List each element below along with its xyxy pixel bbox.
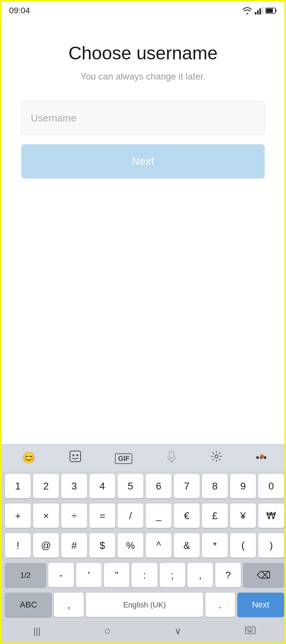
emoji-button[interactable]: 😊	[18, 450, 39, 465]
svg-rect-2	[259, 8, 261, 14]
status-bar: 09:04	[2, 2, 284, 20]
math-row: + × ÷ = / _ € £ ¥ ₩	[2, 501, 286, 531]
gif-label: GIF	[115, 453, 132, 464]
key-5[interactable]: 5	[118, 474, 143, 498]
key-2[interactable]: 2	[33, 474, 59, 498]
key-equals[interactable]: =	[89, 504, 115, 528]
empty-space	[2, 194, 284, 384]
svg-rect-22	[252, 630, 253, 631]
key-page-toggle[interactable]: 1/2	[5, 563, 46, 587]
settings-button[interactable]	[207, 449, 226, 466]
key-rparen[interactable]: )	[258, 533, 284, 558]
more-options-container: •••	[252, 450, 270, 465]
key-abc[interactable]: ABC	[5, 593, 52, 617]
svg-rect-21	[250, 630, 251, 631]
key-comma2[interactable]: ,	[187, 563, 213, 587]
key-period[interactable]: .	[205, 593, 235, 617]
battery-icon	[265, 7, 277, 14]
settings-icon	[211, 451, 222, 462]
key-9[interactable]: 9	[230, 474, 256, 498]
gif-button[interactable]: GIF	[111, 450, 136, 465]
key-lparen[interactable]: (	[230, 533, 256, 558]
svg-point-13	[215, 455, 218, 458]
key-1[interactable]: 1	[5, 474, 31, 498]
svg-rect-1	[257, 10, 259, 14]
page-title: Choose username	[68, 43, 218, 64]
key-question[interactable]: ?	[215, 563, 241, 587]
bottom-row: ABC , English (UK) . Next	[2, 590, 286, 620]
signal-icon	[255, 7, 263, 14]
backspace-key[interactable]: ⌫	[243, 563, 284, 587]
status-time: 09:04	[9, 6, 30, 16]
username-input[interactable]	[21, 101, 265, 135]
wifi-icon	[242, 7, 253, 14]
mic-icon	[166, 450, 177, 462]
key-at[interactable]: @	[33, 533, 59, 558]
svg-rect-18	[252, 628, 253, 629]
key-8[interactable]: 8	[202, 474, 228, 498]
main-content: Choose username You can always change it…	[2, 20, 284, 194]
nav-home-button[interactable]: ○	[97, 625, 118, 637]
svg-rect-17	[250, 628, 251, 629]
key-0[interactable]: 0	[258, 474, 284, 498]
punctuation-row: 1/2 - ' " : ; , ? ⌫	[2, 560, 286, 590]
key-plus[interactable]: +	[5, 504, 31, 528]
svg-rect-16	[248, 628, 249, 629]
svg-point-9	[76, 454, 78, 456]
nav-bar: ||| ○ ∨	[2, 620, 286, 642]
key-pound[interactable]: £	[202, 504, 228, 528]
page-subtitle: You can always change it later.	[81, 71, 206, 82]
svg-rect-0	[255, 12, 256, 14]
svg-rect-19	[246, 630, 248, 631]
keyboard: 😊 GIF •••	[2, 444, 286, 642]
key-underscore[interactable]: _	[146, 504, 172, 528]
key-ampersand[interactable]: &	[174, 533, 200, 558]
keyboard-icon	[245, 626, 256, 634]
svg-rect-3	[262, 7, 263, 14]
key-3[interactable]: 3	[61, 474, 87, 498]
key-excl[interactable]: !	[5, 533, 31, 558]
svg-rect-10	[169, 451, 174, 458]
svg-rect-23	[248, 631, 252, 632]
svg-point-8	[72, 454, 74, 456]
key-slash[interactable]: /	[118, 504, 143, 528]
sticker-button[interactable]	[65, 449, 85, 467]
next-button[interactable]: Next	[21, 144, 265, 179]
key-euro[interactable]: €	[174, 504, 200, 528]
key-divide[interactable]: ÷	[61, 504, 87, 528]
nav-recent-button[interactable]: ∨	[167, 626, 189, 636]
mic-button[interactable]	[162, 449, 181, 467]
svg-rect-6	[266, 9, 273, 13]
key-dollar[interactable]: $	[89, 533, 115, 558]
nav-back-button[interactable]: |||	[26, 626, 48, 636]
key-asterisk[interactable]: *	[202, 533, 228, 558]
key-apostrophe[interactable]: '	[76, 563, 102, 587]
keyboard-toolbar: 😊 GIF •••	[2, 444, 286, 471]
key-won[interactable]: ₩	[258, 504, 284, 528]
key-7[interactable]: 7	[174, 474, 200, 498]
key-dash[interactable]: -	[48, 563, 74, 587]
key-comma3[interactable]: ,	[54, 593, 83, 617]
number-row: 1 2 3 4 5 6 7 8 9 0	[2, 471, 286, 501]
key-colon[interactable]: :	[132, 563, 157, 587]
key-hash[interactable]: #	[61, 533, 87, 558]
key-yen[interactable]: ¥	[230, 504, 256, 528]
key-quote[interactable]: "	[104, 563, 129, 587]
key-semicolon[interactable]: ;	[160, 563, 185, 587]
space-key[interactable]: English (UK)	[86, 593, 203, 617]
svg-rect-15	[246, 628, 248, 629]
svg-rect-7	[70, 451, 81, 462]
notification-dot	[260, 454, 264, 458]
key-multiply[interactable]: ×	[33, 504, 59, 528]
key-4[interactable]: 4	[89, 474, 115, 498]
nav-keyboard-button[interactable]	[237, 626, 263, 636]
status-icons	[242, 7, 277, 14]
svg-rect-5	[275, 10, 276, 12]
key-6[interactable]: 6	[146, 474, 172, 498]
svg-rect-20	[248, 630, 249, 631]
key-caret[interactable]: ^	[146, 533, 172, 558]
special-row: ! @ # $ % ^ & * ( )	[2, 531, 286, 560]
key-percent[interactable]: %	[118, 533, 143, 558]
sticker-icon	[69, 450, 81, 462]
keyboard-next-key[interactable]: Next	[237, 593, 284, 617]
